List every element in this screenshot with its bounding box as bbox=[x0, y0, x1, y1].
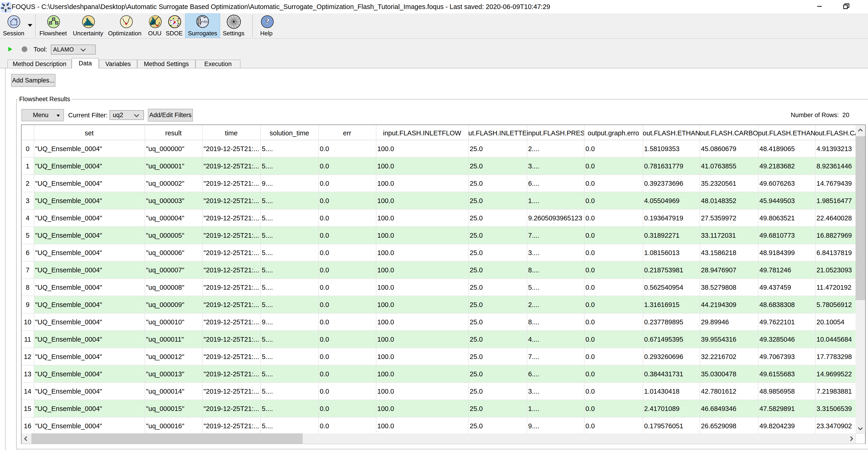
svg-text:?: ? bbox=[265, 16, 270, 27]
svg-text:y=f(x): y=f(x) bbox=[201, 20, 208, 23]
